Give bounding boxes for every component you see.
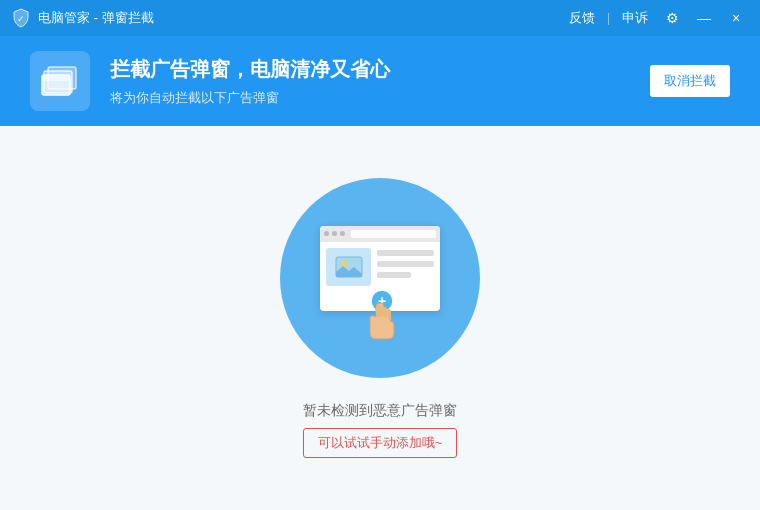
content-line-2 — [377, 261, 434, 267]
svg-text:✓: ✓ — [17, 14, 25, 24]
divider: | — [607, 11, 610, 25]
browser-image-placeholder — [326, 248, 371, 286]
header-banner: 拦截广告弹窗，电脑清净又省心 将为你自动拦截以下广告弹窗 取消拦截 — [0, 36, 760, 126]
browser-content-lines — [377, 248, 434, 286]
browser-dot-2 — [332, 231, 337, 236]
window-controls: ⚙ — × — [658, 4, 750, 32]
titlebar: ✓ 电脑管家 - 弹窗拦截 反馈 | 申诉 ⚙ — × — [0, 0, 760, 36]
window-stack-icon — [40, 63, 80, 99]
browser-dot-1 — [324, 231, 329, 236]
close-button[interactable]: × — [722, 4, 750, 32]
header-text: 拦截广告弹窗，电脑清净又省心 将为你自动拦截以下广告弹窗 — [110, 56, 650, 107]
header-icon-container — [30, 51, 90, 111]
content-line-1 — [377, 250, 434, 256]
plus-cursor: + — [350, 289, 410, 348]
feedback-button[interactable]: 反馈 — [565, 7, 599, 29]
minimize-button[interactable]: — — [690, 4, 718, 32]
titlebar-actions: 反馈 | 申诉 — [565, 7, 652, 29]
main-content: + 暂未检测到恶意广告弹窗 可以试试手动添加哦~ — [0, 126, 760, 510]
svg-point-6 — [341, 261, 347, 267]
header-subtitle: 将为你自动拦截以下广告弹窗 — [110, 89, 650, 107]
report-button[interactable]: 申诉 — [618, 7, 652, 29]
shield-icon: ✓ — [10, 7, 32, 29]
svg-rect-4 — [42, 75, 70, 81]
hint-box[interactable]: 可以试试手动添加哦~ — [303, 428, 458, 458]
window-title: 电脑管家 - 弹窗拦截 — [38, 9, 565, 27]
hand-cursor-icon: + — [350, 289, 410, 344]
browser-dot-3 — [340, 231, 345, 236]
browser-url-bar — [351, 230, 436, 238]
image-icon — [335, 256, 363, 278]
status-text: 暂未检测到恶意广告弹窗 — [303, 402, 457, 420]
header-title: 拦截广告弹窗，电脑清净又省心 — [110, 56, 650, 83]
browser-body — [320, 242, 440, 292]
browser-topbar — [320, 226, 440, 242]
cancel-intercept-button[interactable]: 取消拦截 — [650, 65, 730, 97]
content-line-3 — [377, 272, 411, 278]
settings-button[interactable]: ⚙ — [658, 4, 686, 32]
illustration-circle: + — [280, 178, 480, 378]
